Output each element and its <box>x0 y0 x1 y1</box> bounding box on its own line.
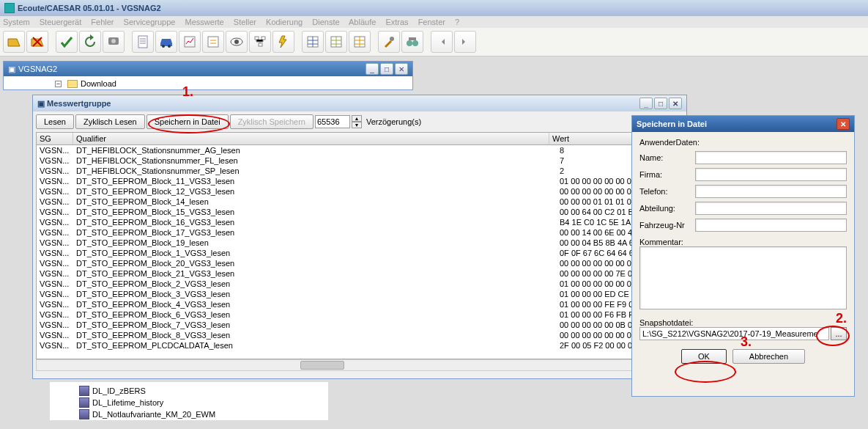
table-row[interactable]: VGSN...DT_STO_EEPROM_Block_16_VGS3_lesen… <box>37 217 683 227</box>
table-row[interactable]: VGSN...DT_STO_EEPROM_Block_14_lesen00 00… <box>37 197 683 207</box>
input-abteilung[interactable] <box>695 202 847 215</box>
table-row[interactable]: VGSN...DT_STO_EEPROM_Block_1_VGS3_lesen0… <box>37 248 683 258</box>
table-row[interactable]: VGSN...DT_STO_EEPROM_Block_6_VGS3_lesen0… <box>37 309 683 320</box>
input-name[interactable] <box>695 151 847 164</box>
table-row[interactable]: VGSN...DT_STO_EEPROM_Block_20_VGS3_lesen… <box>37 258 683 268</box>
horizontal-scrollbar[interactable] <box>36 359 683 371</box>
tree-item[interactable]: DL_ID_zBERS <box>79 385 328 397</box>
doc-icon[interactable] <box>132 31 154 53</box>
menu-dienste[interactable]: Dienste <box>312 18 339 26</box>
car-icon[interactable] <box>155 31 177 53</box>
cell-sg: VGSN... <box>37 227 73 238</box>
check-icon[interactable] <box>56 31 78 53</box>
table-row[interactable]: VGSN...DT_HEFIBLOCK_Stationsnummer_AG_le… <box>37 145 683 155</box>
messwert-titlebar[interactable]: ▣ Messwertgruppe _ □ ✕ <box>33 95 686 111</box>
chart-icon[interactable] <box>179 31 201 53</box>
menu-steller[interactable]: Steller <box>234 18 256 26</box>
table-row[interactable]: VGSN...DT_STO_EEPROM_Block_12_VGS3_lesen… <box>37 186 683 197</box>
cell-qualifier: DT_STO_EEPROM_Block_17_VGS3_lesen <box>73 227 557 238</box>
tools-icon[interactable] <box>378 31 400 53</box>
input-snapshot[interactable] <box>639 327 829 340</box>
table-row[interactable]: VGSN...DT_STO_EEPROM_Block_19_lesen00 00… <box>37 238 683 248</box>
label-name: Name: <box>639 153 695 162</box>
table2-icon[interactable] <box>325 31 347 53</box>
zyklisch-lesen-button[interactable]: Zyklisch Lesen <box>75 114 145 129</box>
speichern-in-datei-button[interactable]: Speichern in Datei <box>146 114 229 129</box>
maximize-icon[interactable]: □ <box>654 98 667 109</box>
refresh-icon[interactable] <box>79 31 101 53</box>
tree-view[interactable]: − Download <box>4 76 412 89</box>
abbrechen-button[interactable]: Abbrechen <box>732 349 805 364</box>
menu-system[interactable]: System <box>3 18 30 26</box>
grid-body[interactable]: VGSN...DT_HEFIBLOCK_Stationsnummer_AG_le… <box>37 145 683 356</box>
svg-point-16 <box>407 40 412 46</box>
eye-icon[interactable] <box>226 31 248 53</box>
binoculars-icon[interactable] <box>401 31 423 53</box>
cell-qualifier: DT_STO_EEPROM_Block_2_VGS3_lesen <box>73 279 557 289</box>
cell-sg: VGSN... <box>37 279 73 289</box>
window-vgsnag2-titlebar[interactable]: ▣ VGSNAG2 _ □ ✕ <box>4 62 412 76</box>
table-row[interactable]: VGSN...DT_STO_EEPROM_Block_3_VGS3_lesen0… <box>37 289 683 299</box>
menu-bar: System Steuergerät Fehler Servicegruppe … <box>0 16 868 28</box>
table-row[interactable]: VGSN...DT_STO_EEPROM_Block_8_VGS3_lesen0… <box>37 330 683 340</box>
table-row[interactable]: VGSN...DT_HEFIBLOCK_Stationsnummer_SP_le… <box>37 166 683 176</box>
minimize-icon[interactable]: _ <box>366 63 379 75</box>
input-firma[interactable] <box>695 168 847 181</box>
menu-steuergeraet[interactable]: Steuergerät <box>40 18 81 26</box>
menu-help[interactable]: ? <box>455 18 459 26</box>
col-qualifier[interactable]: Qualifier <box>73 133 549 144</box>
input-kommentar[interactable] <box>639 246 847 309</box>
table-row[interactable]: VGSN...DT_STO_EEPROM_PLCDCALDATA_lesen2F… <box>37 340 683 351</box>
cell-qualifier: DT_STO_EEPROM_Block_11_VGS3_lesen <box>73 176 557 186</box>
zyklisch-speichern-button[interactable]: Zyklisch Speichern <box>230 114 314 129</box>
lesen-button[interactable]: Lesen <box>36 114 74 129</box>
flash-icon[interactable] <box>272 31 294 53</box>
minimize-icon[interactable]: _ <box>639 98 653 109</box>
slider-icon[interactable] <box>202 31 224 53</box>
close-icon[interactable]: ✕ <box>395 63 408 75</box>
table-row[interactable]: VGSN...DT_STO_EEPROM_Block_21_VGS3_lesen… <box>37 268 683 279</box>
tree-item[interactable]: DL_Notlaufvariante_KM_20_EWM <box>79 408 328 420</box>
plug-disconnect-icon[interactable] <box>454 31 476 53</box>
dialog-close-icon[interactable]: ✕ <box>837 118 850 130</box>
table-row[interactable]: VGSN...DT_STO_EEPROM_Block_7_VGS3_lesen0… <box>37 320 683 330</box>
table-row[interactable]: VGSN...DT_STO_EEPROM_Block_11_VGS3_lesen… <box>37 176 683 186</box>
input-fahrzeug[interactable] <box>695 219 847 232</box>
plug-connect-icon[interactable] <box>431 31 453 53</box>
tree-icon[interactable] <box>249 31 271 53</box>
spin-down-icon[interactable]: ▼ <box>352 122 362 128</box>
close-icon[interactable]: ✕ <box>669 98 682 109</box>
ok-button[interactable]: OK <box>681 349 727 364</box>
tree-item[interactable]: DL_Lifetime_history <box>79 397 328 408</box>
table1-icon[interactable] <box>302 31 324 53</box>
menu-fehler[interactable]: Fehler <box>91 18 114 26</box>
menu-servicegruppe[interactable]: Servicegruppe <box>124 18 176 26</box>
table-row[interactable]: VGSN...DT_STO_EEPROM_Block_17_VGS3_lesen… <box>37 227 683 238</box>
menu-messwerte[interactable]: Messwerte <box>185 18 224 26</box>
maximize-icon[interactable]: □ <box>380 63 393 75</box>
menu-kodierung[interactable]: Kodierung <box>266 18 303 26</box>
dialog-titlebar[interactable]: Speichern in Datei ✕ <box>632 116 854 132</box>
scrollbar-thumb[interactable] <box>300 361 344 370</box>
close-file-icon[interactable] <box>26 31 48 53</box>
open-icon[interactable] <box>3 31 25 53</box>
menu-fenster[interactable]: Fenster <box>418 18 445 26</box>
menu-extras[interactable]: Extras <box>385 18 408 26</box>
menu-ablaeufe[interactable]: Abläufe <box>349 18 376 26</box>
cell-sg: VGSN... <box>37 299 73 309</box>
disk-icon[interactable] <box>103 31 125 53</box>
table3-icon[interactable] <box>349 31 371 53</box>
tree-item-download[interactable]: − Download <box>55 79 407 88</box>
table-row[interactable]: VGSN...DT_STO_EEPROM_Block_2_VGS3_lesen0… <box>37 279 683 289</box>
browse-button[interactable]: ... <box>831 327 847 340</box>
table-row[interactable]: VGSN...DT_STO_EEPROM_Block_4_VGS3_lesen0… <box>37 299 683 309</box>
table-row[interactable]: VGSN...DT_STO_EEPROM_Block_15_VGS3_lesen… <box>37 207 683 217</box>
table-row[interactable]: VGSN...DT_HEFIBLOCK_Stationsnummer_FL_le… <box>37 155 683 166</box>
spin-up-icon[interactable]: ▲ <box>352 115 362 122</box>
cell-sg: VGSN... <box>37 309 73 320</box>
collapse-icon[interactable]: − <box>55 81 62 87</box>
doc-icon <box>79 409 89 419</box>
input-telefon[interactable] <box>695 185 847 198</box>
verzoegerung-input[interactable] <box>315 115 350 128</box>
col-sg[interactable]: SG <box>37 133 73 144</box>
